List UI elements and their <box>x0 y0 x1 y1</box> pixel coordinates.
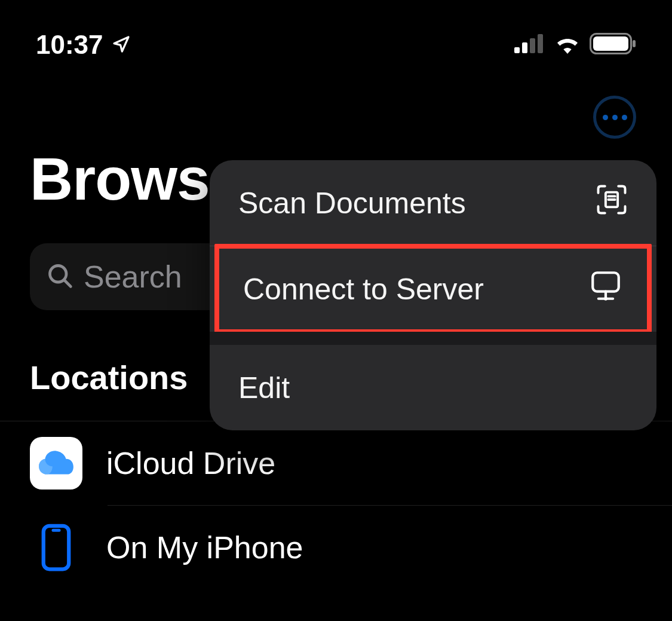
cellular-signal-icon <box>514 34 545 56</box>
svg-rect-3 <box>538 34 543 53</box>
status-left: 10:37 <box>36 30 131 60</box>
location-item-icloud[interactable]: iCloud Drive <box>0 421 672 505</box>
menu-item-scan-documents[interactable]: Scan Documents <box>210 160 656 246</box>
locations-list: iCloud Drive On My iPhone <box>0 421 672 589</box>
svg-rect-6 <box>633 40 636 47</box>
menu-item-label: Connect to Server <box>243 272 484 307</box>
iphone-icon <box>30 521 82 574</box>
location-label: iCloud Drive <box>106 445 275 481</box>
wifi-icon <box>554 33 581 56</box>
svg-rect-14 <box>593 273 619 291</box>
menu-item-edit[interactable]: Edit <box>210 345 656 430</box>
svg-rect-1 <box>522 42 527 53</box>
more-options-menu: Scan Documents Connect to Server <box>210 160 656 430</box>
svg-rect-2 <box>530 38 535 53</box>
svg-line-8 <box>65 280 70 286</box>
status-bar: 10:37 <box>0 0 672 72</box>
status-time: 10:37 <box>36 30 103 60</box>
menu-item-label: Edit <box>238 371 290 405</box>
svg-rect-9 <box>44 526 69 570</box>
svg-rect-5 <box>593 36 628 51</box>
svg-rect-0 <box>514 47 520 53</box>
more-options-button[interactable] <box>593 96 636 139</box>
menu-item-label: Scan Documents <box>238 186 466 221</box>
search-icon <box>47 262 73 291</box>
battery-icon <box>590 33 636 57</box>
menu-item-connect-to-server[interactable]: Connect to Server <box>219 249 647 329</box>
icloud-icon <box>30 437 82 490</box>
location-item-iphone[interactable]: On My iPhone <box>0 506 672 589</box>
svg-rect-10 <box>52 529 61 532</box>
server-monitor-icon <box>588 268 623 310</box>
ellipsis-icon <box>603 115 608 120</box>
status-right <box>514 33 636 57</box>
scan-document-icon <box>596 183 628 223</box>
location-label: On My iPhone <box>106 530 303 565</box>
menu-separator <box>210 332 656 345</box>
highlighted-menu-item: Connect to Server <box>214 244 652 334</box>
location-arrow-icon <box>112 30 131 60</box>
